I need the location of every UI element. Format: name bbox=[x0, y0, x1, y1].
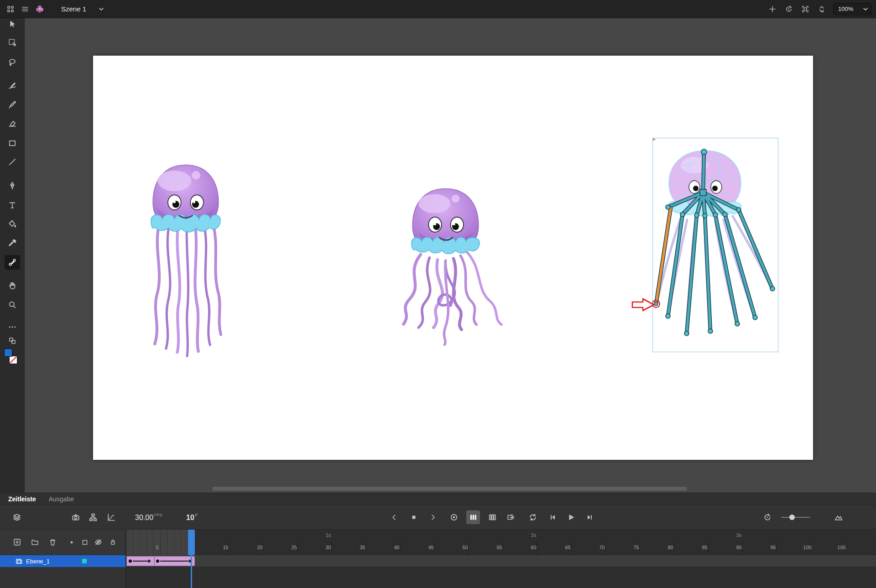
menu-icon[interactable] bbox=[20, 4, 30, 14]
fill-color-swatch[interactable] bbox=[4, 349, 12, 357]
empty-frames-area[interactable] bbox=[126, 567, 876, 588]
ruler-frame-80[interactable]: 80 bbox=[665, 545, 676, 550]
text-tool[interactable] bbox=[5, 198, 20, 213]
stroke-color-swatch[interactable] bbox=[9, 356, 17, 364]
lock-column-icon[interactable] bbox=[107, 536, 119, 548]
more-tools[interactable] bbox=[5, 320, 20, 334]
loop-range-button[interactable] bbox=[447, 510, 461, 524]
clip-outside-stage-icon[interactable] bbox=[800, 4, 810, 14]
line-tool[interactable] bbox=[5, 155, 20, 169]
ruler-frame-35[interactable]: 35 bbox=[357, 545, 368, 550]
step-forward-button[interactable] bbox=[583, 510, 596, 524]
ruler-frame-15[interactable]: 15 bbox=[220, 545, 231, 550]
ruler-frame-70[interactable]: 70 bbox=[597, 545, 608, 550]
ruler-frame-65[interactable]: 65 bbox=[563, 545, 574, 550]
hand-tool[interactable] bbox=[5, 278, 20, 293]
layer-row-ebene-1[interactable]: Ebene_1 bbox=[0, 555, 125, 567]
playhead-marker[interactable] bbox=[188, 530, 195, 555]
tween-arrow bbox=[160, 561, 189, 562]
pen-tool[interactable] bbox=[5, 178, 20, 193]
timeline-ruler[interactable]: 1s2s3s 510152025303540455055606570758085… bbox=[126, 530, 876, 555]
play-button[interactable] bbox=[564, 510, 578, 524]
home-grid-icon[interactable] bbox=[5, 4, 16, 14]
delete-layer-button[interactable] bbox=[47, 536, 58, 548]
ruler-frame-20[interactable]: 20 bbox=[255, 545, 266, 550]
keyframe-1[interactable] bbox=[129, 560, 132, 563]
resize-timeline-view-button[interactable] bbox=[832, 510, 845, 524]
onion-skin-button[interactable] bbox=[466, 510, 480, 524]
lasso-tool[interactable] bbox=[5, 55, 20, 70]
zoom-level-select[interactable]: 100% bbox=[833, 3, 871, 15]
rectangle-tool[interactable] bbox=[5, 136, 20, 151]
hierarchy-icon[interactable] bbox=[86, 510, 100, 524]
tween-span[interactable] bbox=[126, 556, 195, 566]
annotation-arrow bbox=[631, 297, 655, 313]
visibility-column-icon[interactable] bbox=[92, 536, 104, 548]
armature-hub[interactable] bbox=[700, 189, 706, 196]
scene-selector[interactable]: Szene 1 bbox=[61, 5, 104, 13]
ruler-frame-100[interactable]: 100 bbox=[802, 545, 813, 550]
ruler-frame-55[interactable]: 55 bbox=[494, 545, 505, 550]
tab-zeitleiste[interactable]: Zeitleiste bbox=[8, 495, 36, 503]
timeline-zoom-knob[interactable] bbox=[789, 515, 795, 520]
center-frame-button[interactable] bbox=[407, 510, 421, 524]
rotate-view-icon[interactable] bbox=[784, 4, 794, 14]
ruler-frame-75[interactable]: 75 bbox=[631, 545, 642, 550]
classic-brush-tool[interactable] bbox=[5, 97, 20, 112]
ruler-frame-40[interactable]: 40 bbox=[391, 545, 402, 550]
ruler-frame-45[interactable]: 45 bbox=[426, 545, 437, 550]
ruler-frame-95[interactable]: 95 bbox=[768, 545, 779, 550]
ruler-frame-85[interactable]: 85 bbox=[699, 545, 710, 550]
prev-keyframe-button[interactable] bbox=[387, 510, 401, 524]
ruler-frame-90[interactable]: 90 bbox=[734, 545, 745, 550]
ruler-frame-5[interactable]: 5 bbox=[152, 545, 163, 550]
outline-column-icon[interactable] bbox=[79, 536, 91, 548]
default-colors-icon[interactable] bbox=[5, 333, 20, 348]
topbar: Szene 1 100% bbox=[0, 0, 876, 18]
ruler-frame-30[interactable]: 30 bbox=[323, 545, 334, 550]
stage[interactable] bbox=[93, 56, 813, 460]
edit-multiple-frames-button[interactable] bbox=[504, 510, 518, 524]
frame-value: 10 bbox=[186, 514, 194, 521]
zoom-tool[interactable] bbox=[5, 297, 20, 312]
current-frame-display[interactable]: 10F bbox=[186, 513, 198, 522]
canvas-horizontal-scrollbar[interactable] bbox=[212, 487, 687, 491]
onion-skin-outlines-button[interactable] bbox=[485, 510, 499, 524]
ruler-frame-25[interactable]: 25 bbox=[289, 545, 300, 550]
jellyfish-artwork-2[interactable] bbox=[386, 182, 506, 347]
bone-tool[interactable] bbox=[5, 255, 20, 270]
fps-display[interactable]: 30.00FPS bbox=[135, 513, 162, 522]
timeline-zoom-slider[interactable] bbox=[781, 517, 810, 518]
eyedropper-tool[interactable] bbox=[5, 236, 20, 250]
canvas-pasteboard[interactable] bbox=[25, 18, 876, 493]
layer-frame-strip[interactable] bbox=[126, 555, 876, 567]
eraser-tool[interactable] bbox=[5, 116, 20, 131]
new-layer-button[interactable] bbox=[11, 536, 23, 548]
new-folder-button[interactable] bbox=[29, 536, 41, 548]
graph-editor-icon[interactable] bbox=[104, 510, 118, 524]
layer-list-empty[interactable] bbox=[0, 567, 125, 588]
ruler-frame-60[interactable]: 60 bbox=[528, 545, 539, 550]
camera-icon[interactable] bbox=[69, 510, 83, 524]
zoom-stepper[interactable] bbox=[817, 4, 827, 14]
reset-timeline-zoom-button[interactable] bbox=[761, 510, 774, 524]
snap-crosshair-icon[interactable] bbox=[767, 4, 777, 14]
step-back-button[interactable] bbox=[546, 510, 560, 524]
free-transform-tool[interactable] bbox=[5, 35, 20, 50]
selection-tool[interactable] bbox=[5, 17, 20, 31]
next-keyframe-button[interactable] bbox=[426, 510, 440, 524]
paint-bucket-tool[interactable] bbox=[5, 217, 20, 231]
jellyfish-armature-rig[interactable] bbox=[652, 138, 778, 352]
fluid-brush-tool[interactable] bbox=[5, 78, 20, 93]
highlight-column-icon[interactable] bbox=[66, 536, 78, 548]
tab-ausgabe[interactable]: Ausgabe bbox=[49, 495, 74, 503]
layer-outline-color-chip[interactable] bbox=[82, 558, 87, 564]
jellyfish-artwork-1[interactable] bbox=[134, 157, 237, 359]
keyframe-5[interactable] bbox=[156, 560, 159, 563]
ruler-frame-50[interactable]: 50 bbox=[460, 545, 471, 550]
loop-playback-button[interactable] bbox=[526, 510, 540, 524]
layers-icon[interactable] bbox=[10, 510, 24, 524]
timeline-frames-area[interactable]: 1s2s3s 510152025303540455055606570758085… bbox=[126, 530, 876, 588]
ruler-frame-105[interactable]: 105 bbox=[836, 545, 847, 550]
layer-name: Ebene_1 bbox=[26, 558, 50, 565]
